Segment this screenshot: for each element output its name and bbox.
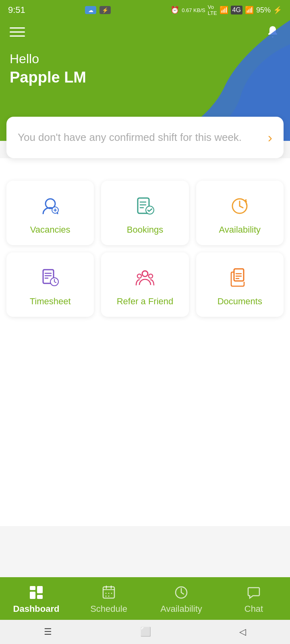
svg-rect-10 [234, 269, 244, 281]
user-name: Papple LM [10, 69, 280, 86]
content-spacer [0, 325, 290, 526]
svg-rect-14 [37, 595, 43, 599]
notification-bell[interactable] [265, 24, 280, 39]
android-back-btn[interactable]: ◁ [239, 627, 246, 637]
svg-point-17 [108, 593, 110, 594]
status-bar: 9:51 ☁ ⚡ ⏰ 0.67 KB/S VoLTE 📶 4G 📶 95% ⚡ [0, 0, 290, 20]
nav-chat[interactable]: Chat [230, 584, 278, 614]
refer-friend-icon [132, 265, 158, 291]
status-time: 9:51 [8, 5, 25, 15]
svg-point-19 [106, 596, 107, 597]
svg-point-9 [149, 274, 153, 278]
battery-icon: ⚡ [273, 6, 282, 14]
android-home-btn[interactable]: ⬜ [140, 627, 151, 637]
svg-rect-11 [30, 586, 35, 590]
timesheet-tile[interactable]: Timesheet [6, 252, 94, 317]
dashboard-icon [27, 584, 45, 601]
chevron-right-icon: › [268, 130, 272, 145]
documents-icon [227, 265, 253, 291]
svg-rect-12 [30, 592, 35, 599]
availability-nav-icon [172, 584, 190, 601]
feature-grid: Vacancies Bookings [6, 181, 284, 317]
vacancies-icon [37, 193, 63, 219]
network-badge: 4G [231, 6, 242, 14]
usb-icon: ⚡ [99, 6, 111, 14]
header-top [10, 24, 280, 39]
bookings-icon [132, 193, 158, 219]
battery-label: 95% [256, 6, 271, 14]
greeting-text: Hello [10, 52, 280, 66]
alarm-icon: ⏰ [170, 6, 179, 14]
speed-indicator: 0.67 KB/S [182, 7, 205, 13]
android-nav-bar: ☰ ⬜ ◁ [0, 620, 290, 644]
signal-icon: 📶 [220, 6, 228, 14]
availability-label: Availability [219, 225, 261, 235]
svg-point-20 [108, 596, 110, 597]
bookings-tile[interactable]: Bookings [101, 181, 188, 245]
hamburger-menu[interactable] [10, 27, 25, 37]
documents-tile[interactable]: Documents [196, 252, 284, 317]
status-icons: ☁ ⚡ [85, 6, 111, 14]
availability-nav-label: Availability [160, 604, 202, 614]
svg-point-8 [137, 274, 141, 278]
svg-point-18 [111, 593, 112, 594]
chat-icon [245, 584, 263, 601]
refer-friend-tile[interactable]: Refer a Friend [101, 252, 188, 317]
vacancies-tile[interactable]: Vacancies [6, 181, 94, 245]
documents-label: Documents [218, 296, 262, 307]
main-content: Vacancies Bookings [0, 158, 290, 325]
timesheet-icon [37, 265, 63, 291]
nav-dashboard[interactable]: Dashboard [12, 584, 60, 614]
status-right: ⏰ 0.67 KB/S VoLTE 📶 4G 📶 95% ⚡ [170, 4, 282, 16]
availability-icon [227, 193, 253, 219]
android-menu-btn[interactable]: ☰ [44, 627, 52, 637]
vacancies-label: Vacancies [30, 225, 70, 235]
shift-card-wrapper: You don't have any confirmed shift for t… [0, 117, 290, 158]
dashboard-nav-label: Dashboard [13, 604, 60, 614]
availability-tile[interactable]: Availability [196, 181, 284, 245]
nav-availability[interactable]: Availability [157, 584, 205, 614]
svg-point-16 [106, 593, 107, 594]
timesheet-label: Timesheet [30, 296, 71, 307]
nav-schedule[interactable]: Schedule [85, 584, 133, 614]
cloud-icon: ☁ [85, 6, 96, 14]
schedule-nav-label: Schedule [90, 604, 127, 614]
refer-friend-label: Refer a Friend [117, 296, 174, 307]
volte-icon: VoLTE [208, 4, 217, 16]
bookings-label: Bookings [127, 225, 164, 235]
shift-message: You don't have any confirmed shift for t… [18, 130, 263, 144]
signal-bars: 📶 [245, 6, 254, 14]
svg-point-7 [142, 271, 148, 277]
chat-nav-label: Chat [244, 604, 263, 614]
schedule-icon [100, 584, 118, 601]
svg-rect-13 [37, 586, 43, 593]
shift-card[interactable]: You don't have any confirmed shift for t… [6, 117, 284, 158]
bottom-navigation: Dashboard Schedule Availability [0, 577, 290, 620]
